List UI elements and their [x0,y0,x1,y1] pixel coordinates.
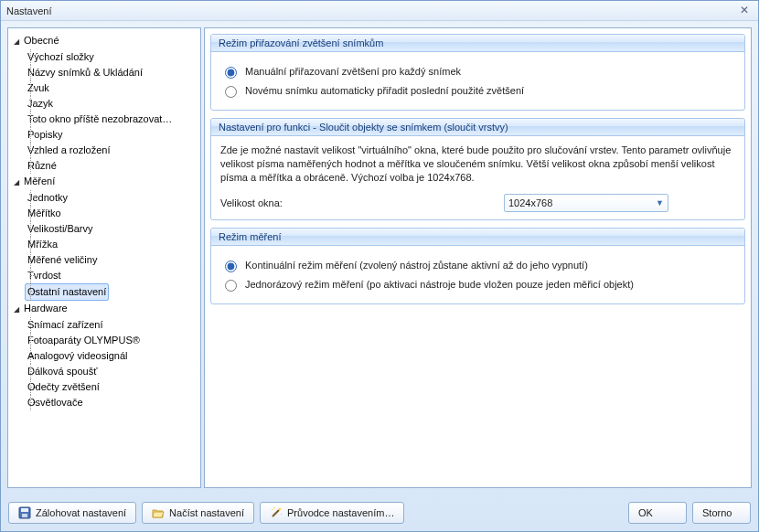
tree-section-hardware[interactable]: Hardware [21,301,70,316]
button-label: Storno [702,507,732,518]
button-label: Průvodce nastavením… [287,507,394,518]
cancel-button[interactable]: Storno [692,502,751,524]
chevron-down-icon: ▼ [656,198,664,207]
button-label: Načíst nastavení [169,507,244,518]
content-panel: Režim přiřazování zvětšení snímkům Manuá… [204,27,752,488]
radio-continuous[interactable] [225,261,237,272]
wand-icon [270,506,283,519]
radio-label: Jednorázový režim měření (po aktivaci ná… [245,279,634,290]
radio-label: Manuální přiřazovaní zvětšení pro každý … [245,66,461,77]
tree-item[interactable]: Vzhled a rozložení [25,143,113,158]
tree-item[interactable]: Toto okno příště nezobrazovat… [25,112,175,127]
tree-caret-icon[interactable] [12,302,21,317]
radio-single[interactable] [225,280,237,292]
group-title: Režim přiřazování zvětšení snímkům [211,35,744,52]
merge-description: Zde je možné nastavit velikost "virtuáln… [220,144,735,185]
group-merge-layers: Nastavení pro funkci - Sloučit objekty s… [210,118,745,220]
group-title: Režim měření [211,229,744,246]
svg-point-3 [279,508,282,511]
wizard-button[interactable]: Průvodce nastavením… [260,502,404,524]
backup-button[interactable]: Zálohovat nastavení [8,502,136,524]
group-zoom-mode: Režim přiřazování zvětšení snímkům Manuá… [210,34,745,111]
svg-rect-2 [22,514,27,517]
titlebar: Nastavení ✕ [1,1,758,21]
tree-caret-icon[interactable] [12,34,21,49]
dialog-footer: Zálohovat nastavení Načíst nastavení Prů… [1,495,758,531]
radio-label: Novému snímku automaticky přiřadit posle… [245,85,524,96]
folder-open-icon [152,506,165,519]
load-button[interactable]: Načíst nastavení [142,502,254,524]
group-title: Nastavení pro funkci - Sloučit objekty s… [211,119,744,136]
group-measure-mode: Režim měření Kontinuální režim měření (z… [210,228,745,304]
window-size-combo[interactable]: 1024x768 ▼ [504,194,668,212]
close-icon[interactable]: ✕ [736,4,753,18]
window-title: Nastavení [6,5,52,16]
button-label: OK [638,507,653,518]
nav-tree[interactable]: ObecnéVýchozí složkyNázvy snímků & Uklád… [7,27,201,488]
button-label: Zálohovat nastavení [36,507,126,518]
tree-item[interactable]: Názvy snímků & Ukládání [25,65,145,80]
combo-value: 1024x768 [508,197,552,208]
settings-window: Nastavení ✕ ObecnéVýchozí složkyNázvy sn… [0,0,759,532]
tree-item[interactable]: Fotoaparáty OLYMPUS® [25,333,143,348]
tree-item[interactable]: Zvuk [25,80,52,96]
tree-item[interactable]: Ostatní nastavení [25,283,109,301]
tree-section-measurement[interactable]: Měření [21,174,58,189]
window-size-label: Velikost okna: [220,197,504,208]
ok-button[interactable]: OK [628,502,687,524]
tree-caret-icon[interactable] [12,175,21,190]
save-icon [18,506,31,519]
tree-section-general[interactable]: Obecné [21,33,62,48]
tree-item[interactable]: Analogový videosignál [25,348,130,364]
radio-manual-zoom[interactable] [225,67,237,79]
radio-label: Kontinuální režim měření (zvolený nástro… [245,260,588,271]
dialog-body: ObecnéVýchozí složkyNázvy snímků & Uklád… [1,21,758,495]
radio-auto-zoom[interactable] [225,86,237,98]
svg-rect-1 [21,508,28,512]
